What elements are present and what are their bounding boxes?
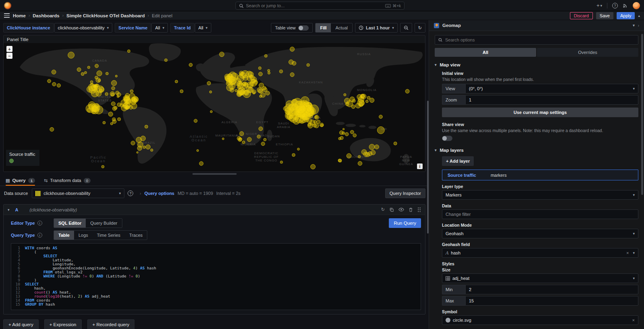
drag-query-handle[interactable] xyxy=(417,207,421,212)
clickhouse-instance-label: ClickHouse instance xyxy=(3,23,54,33)
table-view-switch[interactable] xyxy=(298,25,309,31)
tab-overrides[interactable]: Overrides xyxy=(537,48,638,57)
datasource-picker[interactable]: clickhouse-observability ▾ xyxy=(32,188,124,198)
breadcrumb-dashboards[interactable]: Dashboards xyxy=(33,13,59,18)
map-layers-header[interactable]: ▾Map layers xyxy=(435,148,638,153)
query-row-header[interactable]: ▾ A (clickhouse-observability) ↻ xyxy=(4,205,425,215)
recorded-query-button[interactable]: + Recorded query xyxy=(87,319,135,329)
apply-button[interactable]: Apply xyxy=(617,12,635,19)
map-zoom-out-button[interactable]: − xyxy=(6,53,12,59)
tab-transform-data[interactable]: ⇆ Transform data 0 xyxy=(44,176,91,185)
field-grid-icon xyxy=(446,276,450,281)
run-query-button[interactable]: Run Query xyxy=(389,218,421,228)
options-scrollbar[interactable] xyxy=(641,34,643,195)
max-input[interactable]: 15 xyxy=(465,296,638,306)
query-inspector-button[interactable]: Query Inspector xyxy=(385,188,425,198)
trace-id-select[interactable]: All▾ xyxy=(195,23,211,33)
expression-button[interactable]: + Expression xyxy=(44,319,82,329)
clickhouse-instance-select[interactable]: clickhouse-observability▾ xyxy=(54,23,113,33)
query-type-traces[interactable]: Traces xyxy=(125,231,147,240)
sql-code[interactable]: 1WITH coords AS2 (3 SELECT4 Latitude,5 L… xyxy=(11,243,421,310)
query-type-logs[interactable]: Logs xyxy=(74,231,93,240)
keyboard-icon xyxy=(385,4,391,8)
size-field-select[interactable]: adj_heat▾ xyxy=(442,273,638,283)
actual-option[interactable]: Actual xyxy=(331,23,352,32)
query-editor-card: ▾ A (clickhouse-observability) ↻ Editor … xyxy=(3,204,425,315)
query-builder-option[interactable]: Query Builder xyxy=(86,219,122,228)
styles-label: Styles xyxy=(442,261,638,266)
info-icon[interactable]: i xyxy=(37,233,42,238)
breadcrumb-home[interactable]: Home xyxy=(13,13,26,18)
discard-button[interactable]: Discard xyxy=(570,12,593,19)
query-options-stat2: Interval = 2s xyxy=(216,191,240,196)
collapse-pane-icon[interactable]: › xyxy=(638,23,639,28)
sql-editor-option[interactable]: SQL Editor xyxy=(54,219,86,228)
view-select[interactable]: (0°, 0°)▾ xyxy=(465,84,638,93)
data-filter-select[interactable]: Change filter xyxy=(442,209,638,219)
help-icon[interactable]: ? xyxy=(612,3,618,8)
visualization-picker[interactable]: Geomap ▾ › xyxy=(429,20,644,31)
datasource-help-icon[interactable]: ? xyxy=(128,190,133,196)
resize-grip[interactable] xyxy=(192,173,237,175)
map-zoom-in-button[interactable]: + xyxy=(6,46,12,52)
share-view-toggle[interactable] xyxy=(442,136,452,141)
map-attribution-button[interactable]: i xyxy=(417,163,423,169)
search-icon xyxy=(438,38,442,42)
add-button[interactable]: +▾ xyxy=(597,2,602,8)
news-icon[interactable] xyxy=(623,3,628,8)
query-options-toggle[interactable]: Query options xyxy=(144,191,175,196)
datasource-label: Data source xyxy=(3,191,29,196)
user-avatar[interactable] xyxy=(633,2,640,9)
size-label: Size xyxy=(442,267,638,272)
global-search[interactable]: ⌘+k xyxy=(235,2,405,10)
clear-icon[interactable]: × xyxy=(632,318,635,323)
collapse-controls-icon[interactable]: ▴ xyxy=(638,14,640,18)
use-current-map-settings-button[interactable]: Use current map settings xyxy=(442,108,638,117)
geohash-field-select[interactable]: A hash ×▾ xyxy=(442,248,638,258)
panel-title[interactable]: Panel Title xyxy=(4,35,425,43)
tab-query[interactable]: ▤ Query 1 xyxy=(6,176,35,185)
symbol-select[interactable]: circle.svg × xyxy=(442,315,638,325)
layer-type-select[interactable]: Markers▾ xyxy=(442,190,638,200)
map-view-header[interactable]: ▾Map view xyxy=(435,62,638,67)
clear-icon[interactable]: × xyxy=(626,250,629,255)
global-search-input[interactable] xyxy=(246,3,383,8)
trace-id-label: Trace Id xyxy=(170,23,194,33)
transform-icon: ⇆ xyxy=(44,178,47,183)
breadcrumb-dashboard[interactable]: Simple ClickHouse OTel Dashboard xyxy=(66,13,145,18)
add-query-button[interactable]: + Add query xyxy=(3,319,39,329)
layer-row-source-traffic[interactable]: Source traffic markers xyxy=(442,170,638,180)
min-input[interactable]: 2 xyxy=(465,285,638,294)
duplicate-query-icon[interactable] xyxy=(389,207,394,212)
hide-query-icon[interactable] xyxy=(398,207,404,212)
world-map[interactable]: RUSSIACANADAUNITED STATESKAZAKHSTANMONGO… xyxy=(4,43,425,172)
add-layer-button[interactable]: + Add layer xyxy=(442,156,474,166)
query-type-table[interactable]: Table xyxy=(54,231,74,240)
service-name-select[interactable]: All▾ xyxy=(151,23,168,33)
location-mode-select[interactable]: Geohash▾ xyxy=(442,229,638,238)
options-search[interactable] xyxy=(435,35,638,45)
tab-all[interactable]: All xyxy=(435,48,536,57)
table-view-toggle[interactable]: Table view xyxy=(271,23,313,33)
datasource-row: Data source clickhouse-observability ▾ ?… xyxy=(3,187,425,199)
zoom-out-time-button[interactable] xyxy=(400,23,412,33)
query-type-timeseries[interactable]: Time Series xyxy=(93,231,125,240)
dashboard-variables-toolbar: ClickHouse instance clickhouse-observabi… xyxy=(3,22,425,33)
legend-title: Source traffic xyxy=(9,152,35,157)
time-range-picker[interactable]: Last 1 hour▾ xyxy=(355,23,398,33)
delete-query-icon[interactable] xyxy=(409,207,413,212)
refresh-button[interactable]: ↻ xyxy=(415,23,425,33)
query-tabs: ▤ Query 1 ⇆ Transform data 0 xyxy=(0,176,429,186)
zoom-input[interactable]: 1 xyxy=(465,95,638,105)
visualization-name: Geomap xyxy=(442,23,461,28)
info-icon[interactable]: i xyxy=(37,221,42,226)
save-button[interactable]: Save xyxy=(596,12,613,19)
menu-icon[interactable] xyxy=(4,13,10,18)
fill-option[interactable]: Fill xyxy=(316,23,331,32)
query-history-icon[interactable]: ↻ xyxy=(381,207,385,212)
circle-symbol-icon xyxy=(446,318,450,323)
collapse-query-icon[interactable]: ▾ xyxy=(8,208,10,212)
editor-type-label: Editor Type xyxy=(11,221,35,226)
grafana-logo-icon[interactable] xyxy=(4,2,11,9)
options-search-input[interactable] xyxy=(445,37,635,42)
